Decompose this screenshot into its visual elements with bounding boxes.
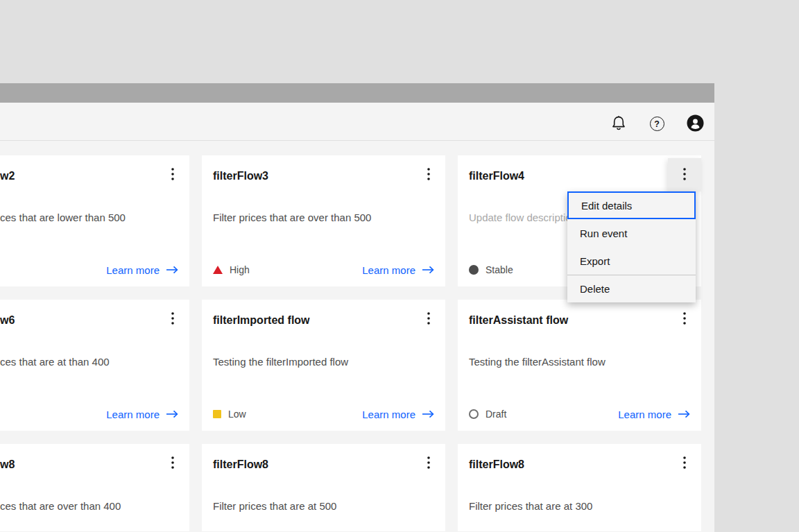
overflow-kebab-icon bbox=[427, 312, 430, 327]
overflow-menu-button[interactable] bbox=[412, 302, 445, 336]
status-tag: High bbox=[213, 264, 250, 275]
overflow-menu-button[interactable] bbox=[668, 447, 701, 480]
card-footer: Learn more bbox=[0, 406, 178, 422]
flow-card: w8ces that are over than 400 bbox=[0, 444, 189, 531]
card-description: Testing the filterImported flow bbox=[213, 355, 434, 369]
overflow-kebab-icon bbox=[171, 168, 174, 182]
overflow-menu-button[interactable] bbox=[412, 158, 445, 191]
card-title: filterImported flow bbox=[213, 313, 434, 327]
status-tag: Low bbox=[213, 409, 246, 420]
overflow-kebab-icon bbox=[683, 312, 686, 327]
arrow-right-icon bbox=[422, 409, 434, 420]
learn-more-link[interactable]: Learn more bbox=[106, 409, 178, 420]
triangle-icon bbox=[213, 266, 223, 274]
card-title: w8 bbox=[0, 457, 178, 472]
overflow-kebab-icon bbox=[427, 456, 430, 471]
overflow-menu-button[interactable] bbox=[156, 302, 189, 336]
card-title: w2 bbox=[0, 169, 178, 183]
card-description: Testing the filterAssistant flow bbox=[469, 355, 690, 369]
card-description: Filter prices that are over than 500 bbox=[213, 211, 434, 225]
card-title: w6 bbox=[0, 313, 178, 327]
overflow-menu-button[interactable] bbox=[668, 302, 701, 336]
card-description: ces that are at than 400 bbox=[0, 355, 178, 369]
user-avatar-button[interactable] bbox=[679, 108, 711, 140]
status-tag-label: Draft bbox=[486, 409, 506, 420]
content-area: w2ces that are lower than 500Learn moref… bbox=[0, 141, 714, 531]
status-tag-label: Stable bbox=[486, 264, 513, 275]
status-tag: Draft bbox=[469, 409, 506, 420]
menu-item-edit-details[interactable]: Edit details bbox=[567, 191, 696, 219]
learn-more-label: Learn more bbox=[618, 409, 671, 420]
square-icon bbox=[213, 410, 221, 418]
overflow-menu-button[interactable] bbox=[156, 158, 189, 191]
overflow-kebab-icon bbox=[171, 312, 174, 327]
learn-more-label: Learn more bbox=[106, 409, 160, 420]
circle-filled-icon bbox=[469, 265, 479, 275]
arrow-right-icon bbox=[422, 264, 434, 276]
flow-card: filterImported flowTesting the filterImp… bbox=[202, 300, 445, 431]
arrow-right-icon bbox=[678, 409, 690, 420]
flow-card: filterFlow8Filter prices that are at 300 bbox=[458, 444, 701, 531]
flow-card: filterFlow8Filter prices that are at 500 bbox=[202, 444, 445, 531]
card-description: Filter prices that are at 300 bbox=[469, 499, 690, 513]
overflow-menu-button[interactable] bbox=[412, 447, 445, 480]
card-footer: DraftLearn more bbox=[469, 406, 690, 422]
overflow-kebab-icon bbox=[683, 456, 686, 471]
help-button[interactable]: ? bbox=[641, 108, 673, 140]
card-title: filterAssistant flow bbox=[469, 313, 690, 327]
card-footer: HighLearn more bbox=[213, 261, 434, 278]
status-tag: Stable bbox=[469, 264, 513, 275]
notifications-button[interactable] bbox=[603, 108, 635, 140]
card-description: ces that are lower than 500 bbox=[0, 211, 178, 225]
menu-item-delete[interactable]: Delete bbox=[567, 275, 696, 302]
learn-more-link[interactable]: Learn more bbox=[106, 264, 178, 276]
flow-card: w6ces that are at than 400Learn more bbox=[0, 300, 189, 431]
app-window: ? w2ces that are lower than 500Learn mor… bbox=[0, 83, 714, 532]
flow-card: filterFlow3Filter prices that are over t… bbox=[202, 155, 445, 286]
card-description: ces that are over than 400 bbox=[0, 499, 178, 513]
arrow-right-icon bbox=[166, 264, 178, 276]
app-header: ? bbox=[0, 103, 714, 141]
learn-more-label: Learn more bbox=[362, 264, 415, 276]
learn-more-link[interactable]: Learn more bbox=[362, 409, 434, 420]
card-description: Filter prices that are at 500 bbox=[213, 499, 434, 513]
help-icon: ? bbox=[650, 117, 664, 131]
desktop-background: { "colors": { "desktop_background": "#e0… bbox=[0, 0, 799, 532]
card-title: filterFlow3 bbox=[213, 169, 434, 183]
window-title-bar bbox=[0, 83, 714, 103]
notification-bell-icon bbox=[612, 115, 626, 133]
learn-more-label: Learn more bbox=[106, 264, 160, 276]
user-avatar-icon bbox=[687, 114, 704, 134]
overflow-kebab-icon bbox=[683, 168, 686, 182]
card-title: filterFlow4 bbox=[469, 169, 690, 183]
status-tag-label: Low bbox=[228, 409, 246, 420]
flow-card: filterAssistant flowTesting the filterAs… bbox=[458, 300, 701, 431]
card-title: filterFlow8 bbox=[213, 457, 434, 472]
circle-outline-icon bbox=[469, 409, 479, 419]
card-footer: Learn more bbox=[0, 261, 178, 278]
learn-more-link[interactable]: Learn more bbox=[362, 264, 434, 276]
learn-more-label: Learn more bbox=[362, 409, 415, 420]
overflow-kebab-icon bbox=[171, 456, 174, 471]
context-menu: Edit detailsRun eventExportDelete bbox=[567, 191, 696, 302]
menu-item-run-event[interactable]: Run event bbox=[567, 219, 696, 247]
flow-card: w2ces that are lower than 500Learn more bbox=[0, 155, 189, 286]
overflow-kebab-icon bbox=[427, 168, 430, 182]
card-title: filterFlow8 bbox=[469, 457, 690, 472]
menu-item-export[interactable]: Export bbox=[567, 247, 696, 275]
overflow-menu-button[interactable] bbox=[668, 158, 701, 191]
card-footer: LowLearn more bbox=[213, 406, 434, 422]
learn-more-link[interactable]: Learn more bbox=[618, 409, 690, 420]
status-tag-label: High bbox=[230, 264, 250, 275]
overflow-menu-button[interactable] bbox=[156, 447, 189, 480]
arrow-right-icon bbox=[166, 409, 178, 420]
